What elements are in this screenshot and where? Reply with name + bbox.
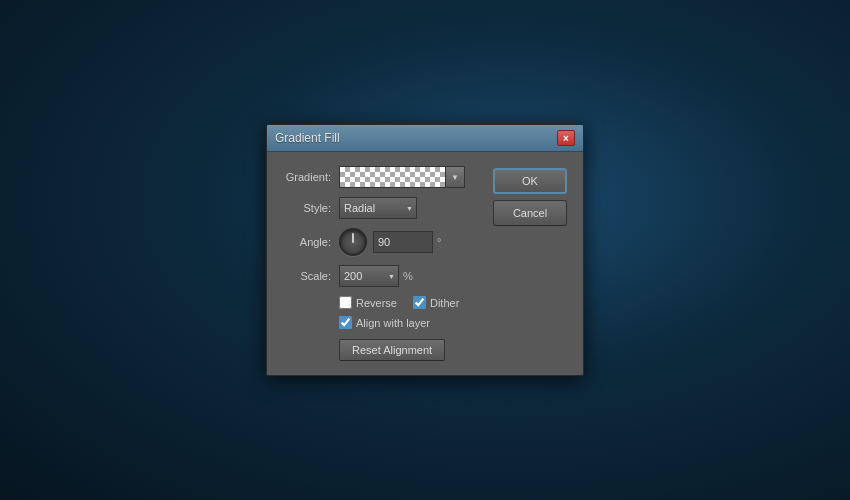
reverse-checkbox-item[interactable]: Reverse [339, 296, 397, 309]
reverse-label: Reverse [356, 297, 397, 309]
style-select[interactable]: Linear Radial Angle Reflected Diamond [339, 197, 417, 219]
reverse-checkbox[interactable] [339, 296, 352, 309]
chevron-down-icon: ▼ [451, 173, 459, 182]
scale-label: Scale: [283, 270, 331, 282]
angle-dial[interactable] [339, 228, 367, 256]
dither-label: Dither [430, 297, 459, 309]
reset-alignment-button[interactable]: Reset Alignment [339, 339, 445, 361]
angle-row: Angle: ° [283, 228, 483, 256]
scale-row: Scale: 200 150 100 75 50 % [283, 265, 483, 287]
align-checkbox[interactable] [339, 316, 352, 329]
align-label: Align with layer [356, 317, 430, 329]
gradient-swatch[interactable] [339, 166, 445, 188]
gradient-fill-dialog: Gradient Fill × Gradient: ▼ Style: [266, 124, 584, 376]
ok-button[interactable]: OK [493, 168, 567, 194]
dialog-body: Gradient: ▼ Style: Linear Radial Angle [267, 152, 583, 375]
scale-select-wrapper: 200 150 100 75 50 [339, 265, 399, 287]
dither-checkbox[interactable] [413, 296, 426, 309]
style-label: Style: [283, 202, 331, 214]
align-checkbox-item[interactable]: Align with layer [339, 316, 430, 329]
scale-unit: % [403, 270, 413, 282]
gradient-dropdown-button[interactable]: ▼ [445, 166, 465, 188]
style-select-wrapper: Linear Radial Angle Reflected Diamond [339, 197, 417, 219]
reset-btn-row: Reset Alignment [283, 339, 483, 361]
style-row: Style: Linear Radial Angle Reflected Dia… [283, 197, 483, 219]
right-section: OK Cancel [493, 166, 567, 361]
angle-label: Angle: [283, 236, 331, 248]
dialog-title: Gradient Fill [275, 131, 340, 145]
title-bar: Gradient Fill × [267, 125, 583, 152]
close-icon: × [563, 133, 569, 144]
gradient-row: Gradient: ▼ [283, 166, 483, 188]
gradient-label: Gradient: [283, 171, 331, 183]
checkbox-row: Reverse Dither [283, 296, 483, 309]
angle-input[interactable] [373, 231, 433, 253]
dither-checkbox-item[interactable]: Dither [413, 296, 459, 309]
angle-unit: ° [437, 236, 441, 248]
close-button[interactable]: × [557, 130, 575, 146]
cancel-button[interactable]: Cancel [493, 200, 567, 226]
scale-select[interactable]: 200 150 100 75 50 [339, 265, 399, 287]
left-section: Gradient: ▼ Style: Linear Radial Angle [283, 166, 483, 361]
gradient-picker[interactable]: ▼ [339, 166, 465, 188]
align-row: Align with layer [283, 316, 483, 329]
